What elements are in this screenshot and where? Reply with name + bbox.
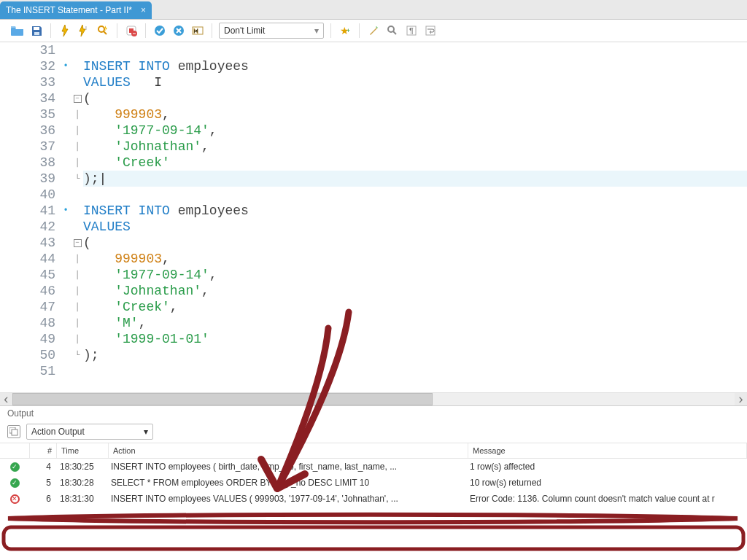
execute-icon[interactable] xyxy=(58,23,72,38)
favorite-icon[interactable]: ★+ xyxy=(338,23,352,38)
toolbar: I Don't Limit ▾ ★+ ¶ xyxy=(0,20,747,42)
stop-icon[interactable] xyxy=(124,23,139,38)
commit-icon[interactable] xyxy=(152,23,167,38)
open-file-icon[interactable] xyxy=(10,23,25,38)
svg-text:I: I xyxy=(85,26,87,31)
output-layout-icon[interactable] xyxy=(7,425,20,438)
output-title: Output xyxy=(0,406,747,421)
horizontal-scrollbar[interactable]: ‹ › xyxy=(0,392,747,405)
beautify-icon[interactable] xyxy=(366,23,381,38)
scroll-left-icon[interactable]: ‹ xyxy=(0,393,12,405)
tab-title: The INSERT Statement - Part II* xyxy=(6,5,132,15)
svg-rect-0 xyxy=(34,27,39,30)
sql-editor[interactable]: 3132333435363738394041424344454647484950… xyxy=(0,42,747,405)
output-mode-select[interactable]: Action Output ▾ xyxy=(26,424,153,440)
output-header: # Time Action Message xyxy=(0,443,747,459)
svg-point-7 xyxy=(155,26,165,36)
limit-rows-select[interactable]: Don't Limit ▾ xyxy=(219,23,324,39)
save-icon[interactable] xyxy=(29,23,44,38)
chevron-down-icon: ▾ xyxy=(314,26,319,36)
output-row[interactable]: ✓418:30:25INSERT INTO employees ( birth_… xyxy=(0,459,747,475)
search-icon[interactable] xyxy=(385,23,400,38)
svg-rect-13 xyxy=(426,26,435,35)
svg-point-3 xyxy=(98,26,104,32)
svg-rect-1 xyxy=(34,32,39,35)
scroll-right-icon[interactable]: › xyxy=(735,393,747,405)
invisible-chars-icon[interactable]: ¶ xyxy=(404,23,419,38)
chevron-down-icon: ▾ xyxy=(144,427,148,437)
output-mode-label: Action Output xyxy=(31,427,85,437)
execute-current-icon[interactable]: I xyxy=(77,23,91,38)
tab-active[interactable]: The INSERT Statement - Part II* × xyxy=(0,1,152,19)
rollback-icon[interactable] xyxy=(171,23,186,38)
explain-icon[interactable] xyxy=(96,23,110,38)
tab-strip: The INSERT Statement - Part II* × xyxy=(0,0,747,20)
output-panel: Output Action Output ▾ # Time Action Mes… xyxy=(0,405,747,549)
autocommit-icon[interactable] xyxy=(190,23,205,38)
limit-rows-label: Don't Limit xyxy=(224,26,265,36)
svg-rect-15 xyxy=(12,429,18,435)
output-row[interactable]: ✕618:31:30INSERT INTO employees VALUES (… xyxy=(0,491,747,507)
close-icon[interactable]: × xyxy=(141,5,146,15)
svg-text:¶: ¶ xyxy=(409,26,414,35)
output-row[interactable]: ✓518:30:28SELECT * FROM employees ORDER … xyxy=(0,475,747,491)
wrap-icon[interactable] xyxy=(423,23,438,38)
svg-point-10 xyxy=(388,26,394,32)
